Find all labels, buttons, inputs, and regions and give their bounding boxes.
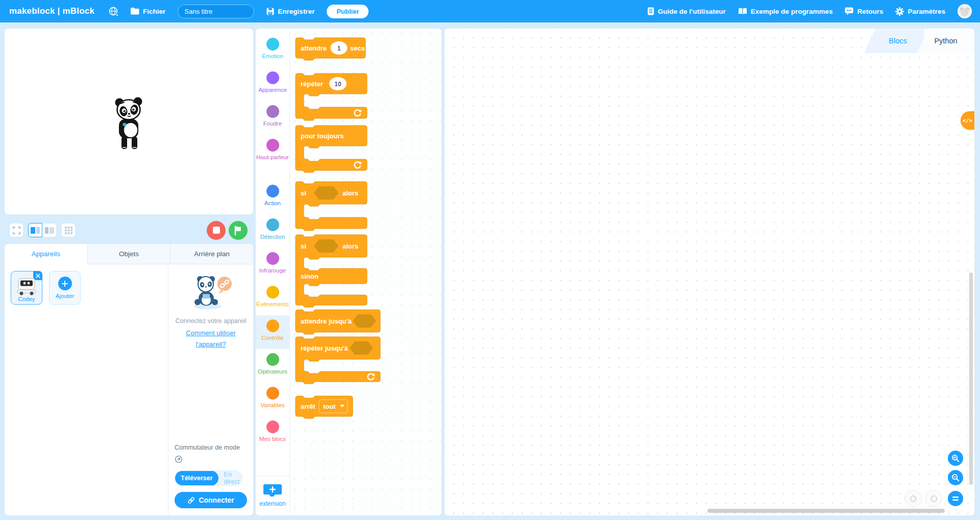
user-guide-icon bbox=[647, 7, 654, 15]
condition-slot bbox=[314, 239, 338, 253]
block-pour-toujours[interactable]: pour toujours bbox=[296, 126, 369, 176]
close-icon bbox=[36, 274, 40, 278]
tab-appareils[interactable]: Appareils bbox=[5, 244, 88, 264]
grid-icon bbox=[65, 227, 72, 234]
category-detection[interactable]: Détection bbox=[256, 214, 289, 248]
green-flag-button[interactable] bbox=[229, 221, 248, 240]
nav-settings-label: Paramètres bbox=[908, 8, 945, 15]
nav-feedback-label: Retours bbox=[857, 8, 883, 15]
category-controle[interactable]: Contrôle bbox=[256, 315, 289, 349]
equals-icon bbox=[952, 496, 959, 502]
redo-icon bbox=[930, 495, 938, 503]
layout-wide-button[interactable] bbox=[42, 223, 57, 237]
nav-example-programs[interactable]: Exemple de programmes bbox=[738, 8, 833, 15]
zoom-out-icon bbox=[951, 474, 960, 482]
how-to-use-link[interactable]: Comment utiliser l'appareil? bbox=[186, 328, 236, 350]
code-view-toggle[interactable]: </> bbox=[961, 111, 974, 130]
category-operateurs[interactable]: Opérateurs bbox=[256, 349, 289, 383]
save-button[interactable]: Enregistrer bbox=[266, 8, 314, 15]
stage-controls bbox=[4, 220, 254, 240]
feedback-icon bbox=[845, 7, 853, 15]
block-si-alors[interactable]: si alors bbox=[296, 182, 369, 234]
file-menu-label: Fichier bbox=[143, 8, 165, 15]
block-arret[interactable]: arrêt tout bbox=[296, 396, 356, 420]
layout-grid-button[interactable] bbox=[61, 223, 76, 237]
example-programs-icon bbox=[738, 8, 747, 15]
category-color-dot bbox=[266, 71, 279, 84]
redo-button[interactable] bbox=[925, 490, 942, 507]
horizontal-scrollbar[interactable] bbox=[707, 509, 945, 513]
category-haut-parleur[interactable]: Haut-parleur bbox=[256, 135, 289, 181]
zoom-in-icon bbox=[951, 454, 960, 462]
tab-python[interactable]: Python bbox=[917, 29, 974, 53]
block-attendre-jusqua[interactable]: attendre jusqu'à bbox=[296, 310, 382, 336]
publish-button[interactable]: Publier bbox=[327, 5, 369, 18]
svg-text:alors: alors bbox=[342, 242, 358, 250]
stage-view bbox=[4, 28, 254, 215]
category-action[interactable]: Action bbox=[256, 181, 289, 214]
block-si-alors-sinon[interactable]: si alors sinon bbox=[296, 235, 369, 310]
category-color-dot bbox=[266, 319, 279, 332]
file-menu[interactable]: Fichier bbox=[131, 8, 165, 15]
nav-feedback[interactable]: Retours bbox=[845, 7, 883, 15]
category-foudre[interactable]: Foudre bbox=[256, 101, 289, 135]
category-evenements[interactable]: Évènements bbox=[256, 282, 289, 315]
category-color-dot bbox=[266, 38, 279, 51]
category-label: Variables bbox=[256, 402, 289, 410]
stop-button[interactable] bbox=[207, 221, 226, 240]
zoom-in-button[interactable] bbox=[948, 451, 963, 466]
save-button-label: Enregistrer bbox=[278, 8, 314, 15]
extension-label: extension bbox=[259, 500, 285, 507]
extension-button[interactable]: extension bbox=[256, 476, 289, 515]
save-icon bbox=[266, 8, 274, 15]
mode-toggle: Téléverser En direct bbox=[175, 471, 242, 486]
panda-sprite[interactable] bbox=[110, 96, 149, 152]
block-attendre-secs[interactable]: attendre 1 secs bbox=[296, 38, 367, 62]
mode-live-option[interactable]: En direct bbox=[218, 471, 242, 486]
category-label: Foudre bbox=[256, 120, 289, 128]
svg-text:alors: alors bbox=[342, 189, 358, 197]
category-mes-blocs[interactable]: Mes blocs bbox=[256, 416, 289, 450]
device-list: Codey Ajouter bbox=[5, 264, 168, 515]
add-device-button[interactable]: Ajouter bbox=[49, 271, 81, 305]
plus-icon bbox=[58, 277, 72, 290]
folder-icon bbox=[131, 8, 139, 15]
project-title-input[interactable] bbox=[178, 5, 254, 18]
tab-blocs[interactable]: Blocs bbox=[864, 29, 924, 53]
workspace-tabs: Blocs Python bbox=[864, 29, 974, 53]
remove-device-button[interactable] bbox=[33, 271, 42, 280]
user-avatar[interactable] bbox=[958, 4, 972, 18]
mode-upload-option[interactable]: Téléverser bbox=[175, 471, 218, 486]
category-color-dot bbox=[266, 105, 279, 118]
block-repeter-jusqua[interactable]: répéter jusqu'à bbox=[296, 337, 382, 385]
category-label: Évènements bbox=[256, 301, 289, 309]
category-emotion[interactable]: Émotion bbox=[256, 34, 289, 67]
center-view-button[interactable] bbox=[948, 491, 963, 506]
how-to-use-line1: Comment utiliser bbox=[186, 329, 236, 337]
device-card-codey[interactable]: Codey bbox=[11, 271, 42, 305]
mode-info-icon[interactable] bbox=[175, 455, 183, 463]
category-color-dot bbox=[266, 139, 279, 152]
nav-settings[interactable]: Paramètres bbox=[895, 7, 945, 16]
add-device-label: Ajouter bbox=[56, 293, 74, 299]
category-variables[interactable]: Variables bbox=[256, 383, 289, 416]
vertical-scrollbar[interactable] bbox=[969, 273, 973, 485]
category-color-dot bbox=[266, 218, 279, 231]
connect-button[interactable]: Connecter bbox=[175, 492, 247, 508]
category-infrarouge[interactable]: Infrarouge bbox=[256, 248, 289, 282]
undo-button[interactable] bbox=[904, 490, 922, 507]
tab-objets[interactable]: Objets bbox=[88, 244, 171, 264]
block-repeter[interactable]: répéter 10 bbox=[296, 73, 369, 123]
category-label: Détection bbox=[256, 233, 289, 241]
disconnected-panda-illustration bbox=[187, 273, 234, 310]
language-button[interactable] bbox=[109, 7, 118, 16]
zoom-out-button[interactable] bbox=[948, 470, 963, 485]
nav-user-guide[interactable]: Guide de l'utilisateur bbox=[647, 7, 726, 15]
category-label: Action bbox=[256, 200, 289, 208]
category-apparence[interactable]: Apparence bbox=[256, 67, 289, 101]
tab-arriere-plan[interactable]: Arrière plan bbox=[170, 244, 253, 264]
script-canvas[interactable]: Blocs Python </> bbox=[444, 28, 975, 516]
fullscreen-button[interactable] bbox=[9, 223, 23, 237]
undo-icon bbox=[910, 495, 917, 503]
layout-split-button[interactable] bbox=[28, 223, 42, 237]
